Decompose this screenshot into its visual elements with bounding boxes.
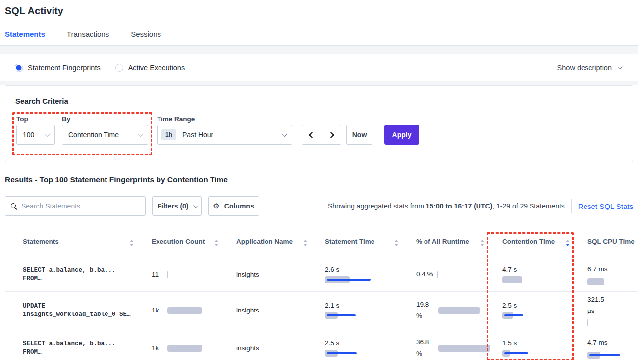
chevron-down-icon: [138, 132, 143, 137]
column-label[interactable]: % of All Runtime: [416, 238, 469, 248]
statement-cell[interactable]: SELECT a.balance, b.ba... FROM…: [5, 258, 147, 291]
apply-button[interactable]: Apply: [384, 125, 419, 145]
next-time-button[interactable]: [321, 125, 341, 144]
divider-band: [0, 46, 638, 54]
search-statements-input[interactable]: [21, 202, 140, 210]
column-label[interactable]: SQL CPU Time: [587, 238, 635, 248]
application-name-value: insights: [236, 271, 259, 278]
top-select[interactable]: 100: [16, 125, 55, 145]
showing-range: 15:00 to 16:17 (UTC): [426, 202, 493, 210]
table-row[interactable]: SELECT a.balance, b.ba... FROM… 1k insig…: [5, 329, 638, 364]
radio-unselected-icon[interactable]: [115, 64, 123, 72]
time-range-select[interactable]: 1h Past Hour: [157, 125, 292, 145]
sort-icon[interactable]: [130, 240, 134, 246]
table-row[interactable]: UPDATE insights_workload_table_0 SE… 1k …: [5, 292, 638, 329]
reset-sql-stats-link[interactable]: Reset SQL Stats: [578, 202, 633, 210]
execution-count-cell: 1k: [147, 292, 231, 329]
table-column-header[interactable]: Statements: [5, 228, 147, 258]
sort-icon[interactable]: [480, 240, 484, 246]
sort-icon[interactable]: [394, 240, 398, 246]
column-label[interactable]: Statements: [23, 238, 59, 248]
table-column-header[interactable]: SQL CPU Time: [583, 228, 638, 258]
table-body: SELECT a.balance, b.ba... FROM… 11 insig…: [5, 258, 638, 364]
execution-count-value: 11: [152, 271, 167, 278]
results-heading: Results - Top 100 Statement Fingerprints…: [5, 175, 228, 184]
sort-down-triangle: [130, 244, 134, 246]
radio-selected-icon[interactable]: [15, 64, 23, 72]
toolbar-divider: [571, 199, 572, 213]
execution-count-cell: 11: [147, 258, 231, 291]
table-column-header[interactable]: Contention Time: [497, 228, 583, 258]
columns-label: Columns: [224, 202, 254, 210]
statement-cell[interactable]: UPDATE insights_workload_table_0 SE…: [5, 292, 147, 329]
sort-up-triangle: [480, 240, 484, 242]
previous-time-button[interactable]: [302, 125, 321, 144]
table-column-header[interactable]: Application Name: [231, 228, 320, 258]
statement-time-value: 2.1 s: [325, 302, 339, 309]
contention-time-cell: 1.5 s: [497, 329, 583, 364]
pct-runtime-bar: [437, 271, 438, 278]
sql-cpu-time-bar: [587, 352, 600, 359]
table-column-header[interactable]: Statement Time: [320, 228, 411, 258]
tab-sessions[interactable]: Sessions: [131, 30, 161, 46]
contention-time-cell: 4.7 s: [497, 258, 583, 291]
column-label[interactable]: Contention Time: [502, 238, 555, 248]
contention-time-value: 4.7 s: [502, 266, 517, 273]
tab-statements[interactable]: Statements: [5, 30, 45, 46]
sort-up-triangle: [214, 240, 218, 242]
statement-line1: SELECT a.balance, b.ba...: [23, 340, 116, 347]
table-row[interactable]: SELECT a.balance, b.ba... FROM… 11 insig…: [5, 258, 638, 292]
radio-statement-fingerprints[interactable]: Statement Fingerprints: [15, 64, 101, 72]
application-name-value: insights: [236, 344, 259, 352]
sql-cpu-time-bar: [587, 319, 588, 326]
showing-prefix: Showing aggregated stats from: [328, 202, 426, 210]
show-description-toggle[interactable]: Show description: [557, 64, 621, 72]
sort-icon[interactable]: [214, 240, 218, 246]
sort-down-triangle: [214, 244, 218, 246]
by-label: By: [62, 115, 70, 123]
sort-icon[interactable]: [303, 240, 307, 246]
pct-runtime-cell: 0.4 %: [411, 258, 497, 291]
chevron-down-icon: [282, 132, 287, 137]
search-criteria-card: Search Criteria Top 100 By Contention Ti…: [5, 85, 633, 162]
search-icon: [10, 203, 17, 209]
application-name-cell: insights: [231, 258, 320, 291]
sql-cpu-time-cell: 321.5 µs: [583, 292, 638, 329]
statement-cell[interactable]: SELECT a.balance, b.ba... FROM…: [5, 329, 147, 364]
table-header-row: Statements Execution Count Application N…: [5, 228, 638, 258]
sort-up-triangle: [566, 240, 570, 242]
search-criteria-heading: Search Criteria: [15, 97, 68, 105]
sort-icon[interactable]: [566, 240, 570, 246]
sql-cpu-time-cell: 4.7 ms: [583, 329, 638, 364]
top-select-value: 100: [23, 131, 34, 139]
table-column-header[interactable]: Execution Count: [147, 228, 231, 258]
radio-active-executions[interactable]: Active Executions: [115, 64, 185, 72]
sort-down-triangle: [566, 244, 570, 246]
page-title: SQL Activity: [5, 5, 63, 17]
tab-transactions[interactable]: Transactions: [67, 30, 109, 46]
table-column-header[interactable]: % of All Runtime: [411, 228, 497, 258]
sql-cpu-time-bar: [587, 278, 604, 285]
now-button[interactable]: Now: [346, 125, 372, 145]
radio-label: Statement Fingerprints: [28, 64, 101, 72]
statement-time-bar: [325, 350, 338, 357]
by-select[interactable]: Contention Time: [62, 125, 148, 145]
radio-label: Active Executions: [128, 64, 185, 72]
divider-band: [0, 81, 638, 85]
statement-time-value: 2.5 s: [325, 339, 339, 347]
column-label[interactable]: Execution Count: [152, 238, 205, 248]
contention-time-bar: [502, 350, 510, 357]
column-label[interactable]: Application Name: [236, 238, 293, 248]
statement-time-bar: [325, 312, 338, 319]
showing-stats-text: Showing aggregated stats from 15:00 to 1…: [328, 202, 565, 210]
filters-button[interactable]: Filters (0): [152, 196, 202, 216]
toolbar-right: Showing aggregated stats from 15:00 to 1…: [328, 196, 633, 216]
column-label[interactable]: Statement Time: [325, 238, 374, 248]
statement-time-value: 2.6 s: [325, 266, 339, 273]
time-range-badge: 1h: [161, 129, 176, 140]
search-statements-box[interactable]: [5, 196, 146, 216]
columns-button[interactable]: ⚙ Columns: [208, 196, 259, 216]
sql-cpu-time-value: 321.5 µs: [587, 294, 609, 317]
filters-label: Filters (0): [157, 202, 188, 210]
tab-bar: Statements Transactions Sessions: [5, 30, 161, 46]
